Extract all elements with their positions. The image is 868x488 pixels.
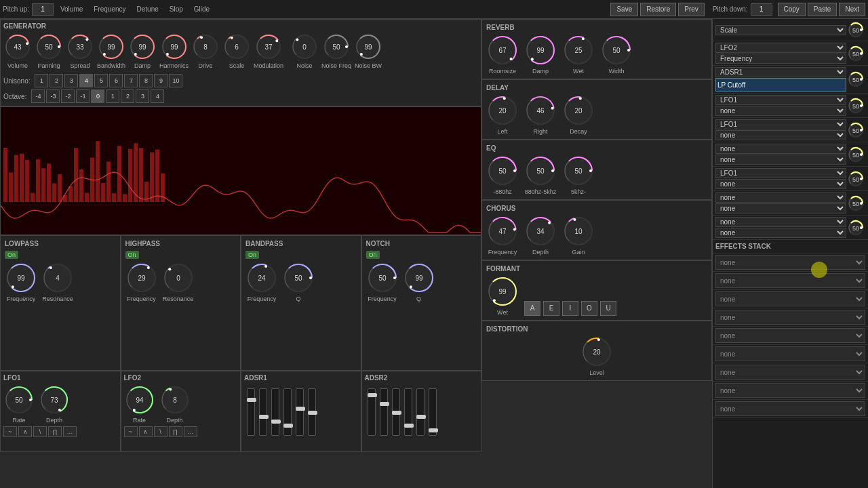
bandpass-on[interactable]: On	[245, 251, 259, 259]
formant-vowel-A[interactable]: A	[524, 301, 540, 316]
knob-5khz-[interactable]: 505khz-	[562, 155, 595, 195]
lfo2-wave-btn-4[interactable]: …	[184, 426, 197, 437]
knob-resonance[interactable]: 4Resonance	[41, 262, 74, 302]
lfo-select-bot-6[interactable]: none	[715, 179, 846, 189]
far-right-knob-1[interactable]: 50	[846, 44, 865, 63]
unisono-btn-9[interactable]: 9	[154, 74, 167, 87]
adsr2-faders-fader-2[interactable]	[392, 388, 400, 436]
knob-right[interactable]: 46Right	[524, 94, 557, 135]
far-right-knob-5[interactable]: 50	[846, 145, 865, 164]
knob-volume[interactable]: 43Volume	[3, 33, 32, 69]
lfo1-wave-btn-4[interactable]: …	[63, 426, 77, 437]
lfo-select-bot-3[interactable]: none	[715, 106, 846, 116]
lfo-select-bot-8[interactable]: none	[715, 228, 846, 238]
lfo1-wave-btn-3[interactable]: ∏	[48, 426, 62, 437]
adsr1-faders-fader-1[interactable]	[259, 388, 267, 436]
knob-wet[interactable]: 99Wet	[486, 275, 519, 316]
effects-select-7[interactable]: none	[715, 383, 865, 398]
adsr1-faders-fader-0[interactable]	[247, 388, 255, 436]
lfo2-wave-btn-3[interactable]: ∏	[169, 426, 182, 437]
copy-button[interactable]: Copy	[778, 3, 806, 16]
unisono-btn-7[interactable]: 7	[124, 74, 138, 87]
knob-roomsize[interactable]: 67Roomsize	[486, 34, 519, 75]
far-right-knob-0[interactable]: 50	[846, 20, 865, 39]
adsr2-faders-fader-4[interactable]	[416, 388, 425, 436]
knob-depth[interactable]: 8Depth	[159, 384, 191, 424]
effects-select-6[interactable]: none	[715, 365, 865, 380]
lfo-select-bot-7[interactable]: none	[715, 203, 846, 214]
knob-modulation[interactable]: 37Modulation	[254, 33, 283, 69]
knob-decay[interactable]: 20Decay	[562, 94, 595, 135]
adsr2-faders-fader-0[interactable]	[368, 388, 376, 436]
knob--880hz[interactable]: 50-880hz	[486, 155, 519, 195]
lfo-select-bot-5[interactable]: none	[715, 155, 846, 165]
effects-select-3[interactable]: none	[715, 310, 865, 325]
lfo2-wave-btn-1[interactable]: ∧	[139, 426, 153, 437]
lfo-select-bot-4[interactable]: none	[715, 130, 846, 140]
pitch-up-input[interactable]: 1	[32, 3, 54, 16]
lfo-select-top-2[interactable]: ADSR1	[715, 67, 846, 77]
lfo2-wave-btn-0[interactable]: ~	[124, 426, 138, 437]
knob-gain[interactable]: 10Gain	[562, 215, 595, 256]
adsr1-faders-fader-3[interactable]	[283, 388, 292, 436]
effects-select-4[interactable]: none	[715, 328, 865, 343]
knob-depth[interactable]: 73Depth	[39, 384, 70, 424]
lfo2-wave-btn-2[interactable]: \	[154, 426, 167, 437]
knob-damp[interactable]: 99Damp	[128, 33, 157, 69]
knob-rate[interactable]: 94Rate	[124, 384, 155, 424]
knob-frequency[interactable]: 50Frequency	[366, 262, 399, 302]
lfo1-wave-btn-2[interactable]: \	[33, 426, 47, 437]
far-right-knob-3[interactable]: 50	[846, 96, 865, 115]
octave-btn--4[interactable]: -4	[31, 89, 45, 103]
prev-button[interactable]: Prev	[678, 3, 705, 16]
lfo-select-top-6[interactable]: LFO1	[715, 168, 846, 178]
knob-drive[interactable]: 8Drive	[191, 33, 220, 69]
far-right-knob-2[interactable]: 50	[846, 70, 865, 89]
unisono-btn-3[interactable]: 3	[64, 74, 78, 87]
adsr2-faders-fader-3[interactable]	[404, 388, 412, 436]
lfo-select-top-5[interactable]: none	[715, 144, 846, 154]
formant-vowel-O[interactable]: O	[581, 301, 597, 316]
knob-noise-freq[interactable]: 50Noise Freq	[321, 33, 351, 69]
octave-btn--2[interactable]: -2	[61, 89, 75, 103]
effects-select-0[interactable]: none	[715, 255, 865, 270]
knob-frequency[interactable]: 29Frequency	[125, 262, 158, 302]
far-right-knob-8[interactable]: 50	[846, 218, 865, 237]
next-button[interactable]: Next	[839, 3, 865, 16]
save-button[interactable]: Save	[610, 3, 638, 16]
knob-resonance[interactable]: 0Resonance	[162, 262, 195, 302]
knob-frequency[interactable]: 24Frequency	[245, 262, 278, 302]
octave-btn-2[interactable]: 2	[121, 89, 134, 103]
restore-button[interactable]: Restore	[640, 3, 676, 16]
paste-button[interactable]: Paste	[808, 3, 837, 16]
far-right-knob-7[interactable]: 50	[846, 194, 865, 213]
knob-level[interactable]: 20Level	[486, 336, 707, 376]
knob-frequency[interactable]: 47Frequency	[486, 215, 519, 256]
lfo-select-top-3[interactable]: LFO1	[715, 95, 846, 105]
knob-panning[interactable]: 50Panning	[35, 33, 63, 69]
knob-spread[interactable]: 33Spread	[66, 33, 94, 69]
unisono-btn-10[interactable]: 10	[169, 74, 182, 87]
octave-btn-4[interactable]: 4	[151, 89, 164, 103]
lfo-select-top-8[interactable]: none	[715, 217, 846, 227]
unisono-btn-8[interactable]: 8	[139, 74, 153, 87]
octave-btn-1[interactable]: 1	[106, 89, 119, 103]
effects-select-5[interactable]: none	[715, 346, 865, 361]
far-right-knob-4[interactable]: 50	[846, 121, 865, 140]
far-right-knob-6[interactable]: 50	[846, 169, 865, 188]
unisono-btn-1[interactable]: 1	[35, 74, 48, 87]
unisono-btn-2[interactable]: 2	[50, 74, 63, 87]
notch-on[interactable]: On	[366, 251, 380, 259]
adsr1-faders-fader-5[interactable]	[308, 388, 316, 436]
lfo-select-top-7[interactable]: none	[715, 192, 846, 203]
formant-vowel-U[interactable]: U	[600, 301, 616, 316]
octave-btn-3[interactable]: 3	[136, 89, 149, 103]
lp-cutoff-input[interactable]	[715, 78, 846, 92]
adsr2-faders-fader-5[interactable]	[429, 388, 437, 436]
octave-btn--1[interactable]: -1	[76, 89, 90, 103]
lfo-select-bot-1[interactable]: Frequency	[715, 54, 846, 64]
lfo-select-top-4[interactable]: LFO1	[715, 119, 846, 129]
knob-damp[interactable]: 99Damp	[524, 34, 557, 75]
adsr2-faders-fader-1[interactable]	[380, 388, 388, 436]
effects-select-1[interactable]: none	[715, 273, 865, 288]
